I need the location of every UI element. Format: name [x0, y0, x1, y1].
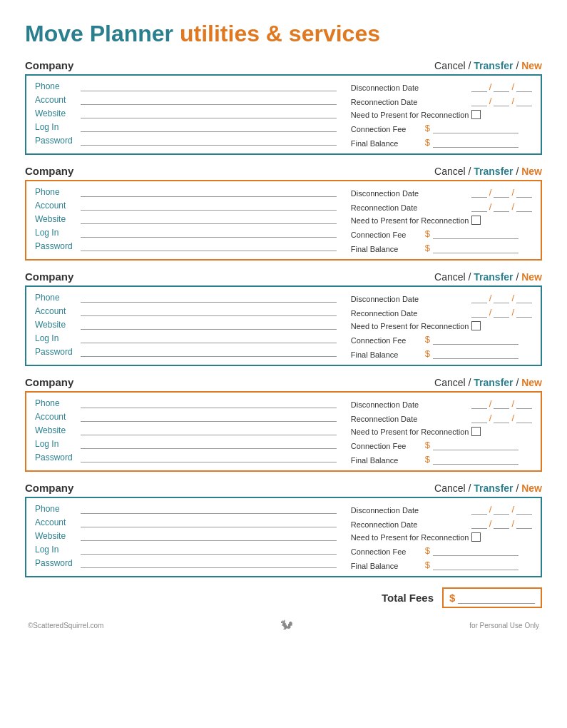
date-part-mm[interactable]	[471, 413, 487, 423]
fee-input-line[interactable]	[433, 123, 519, 133]
section-options-3: Cancel / Transfer / New	[434, 271, 542, 283]
field-row-website-4: Website	[35, 425, 337, 435]
date-part-dd[interactable]	[494, 82, 509, 92]
date-slash: /	[511, 398, 515, 409]
reconnection-checkbox[interactable]	[471, 110, 481, 119]
field-label-2: Account	[35, 201, 76, 211]
date-part-dd[interactable]	[494, 293, 509, 303]
fee-input-line[interactable]	[433, 546, 519, 556]
date-part-mm[interactable]	[471, 293, 487, 303]
field-input-line[interactable]	[81, 122, 337, 132]
date-field-label: Disconnection Date	[351, 400, 469, 409]
reconnection-checkbox[interactable]	[471, 532, 481, 542]
field-input-line[interactable]	[81, 333, 337, 343]
fee-input-line[interactable]	[433, 138, 519, 148]
field-input-line[interactable]	[81, 136, 337, 146]
field-input-line[interactable]	[81, 347, 337, 357]
field-input-line[interactable]	[81, 81, 337, 91]
date-part-dd[interactable]	[494, 202, 509, 212]
date-part-yy[interactable]	[516, 96, 532, 106]
date-part-mm[interactable]	[471, 399, 487, 409]
date-slash: /	[489, 413, 493, 423]
date-field-label: Disconnection Date	[351, 295, 469, 303]
title-orange: utilities & services	[180, 21, 380, 46]
fee-input-line[interactable]	[433, 335, 519, 345]
date-part-mm[interactable]	[471, 96, 487, 106]
field-input-line[interactable]	[81, 439, 337, 449]
section-options-4: Cancel / Transfer / New	[434, 377, 542, 388]
total-box: $	[442, 587, 542, 608]
total-fees-label: Total Fees	[382, 592, 434, 604]
date-part-mm[interactable]	[471, 308, 487, 318]
date-part-mm[interactable]	[471, 188, 487, 198]
date-part-dd[interactable]	[494, 413, 509, 423]
date-part-yy[interactable]	[516, 188, 532, 198]
date-part-yy[interactable]	[516, 308, 532, 318]
dollar-sign: $	[425, 440, 430, 450]
field-input-line[interactable]	[81, 95, 337, 105]
reconnection-checkbox[interactable]	[471, 216, 481, 225]
title-blue: Move Planner	[25, 21, 173, 46]
field-input-line[interactable]	[81, 241, 337, 251]
transfer-label: Transfer	[474, 166, 513, 177]
fee-input-line[interactable]	[433, 229, 519, 239]
transfer-label: Transfer	[474, 482, 513, 494]
field-input-line[interactable]	[81, 558, 337, 568]
field-input-line[interactable]	[81, 398, 337, 408]
fee-input-line[interactable]	[433, 440, 519, 450]
field-input-line[interactable]	[81, 531, 337, 541]
field-input-line[interactable]	[81, 214, 337, 224]
field-input-line[interactable]	[81, 545, 337, 555]
field-label-3: Log In	[35, 333, 76, 343]
date-row-4: Reconnection Date / /	[351, 413, 532, 423]
reconnection-checkbox[interactable]	[471, 427, 481, 436]
date-slash: /	[489, 504, 493, 515]
section-box-2: PhoneAccountWebsiteLog InPasswordDisconn…	[25, 180, 542, 261]
fee-input-line[interactable]	[433, 455, 519, 465]
field-input-line[interactable]	[81, 504, 337, 514]
field-input-line[interactable]	[81, 306, 337, 316]
field-input-line[interactable]	[81, 453, 337, 462]
fee-input-line[interactable]	[433, 560, 519, 570]
date-part-mm[interactable]	[471, 505, 487, 515]
fee-input-line[interactable]	[433, 349, 519, 359]
field-input-line[interactable]	[81, 517, 337, 527]
cancel-label: Cancel	[434, 166, 466, 177]
field-input-line[interactable]	[81, 201, 337, 211]
field-input-line[interactable]	[81, 320, 337, 330]
date-part-dd[interactable]	[494, 308, 509, 318]
dollar-sign: $	[425, 334, 430, 345]
date-part-dd[interactable]	[494, 96, 509, 106]
field-input-line[interactable]	[81, 108, 337, 118]
date-part-mm[interactable]	[471, 202, 487, 212]
date-part-yy[interactable]	[516, 202, 532, 212]
field-label-5: Password	[35, 558, 76, 568]
field-row-password-2: Password	[35, 241, 337, 251]
date-part-yy[interactable]	[516, 82, 532, 92]
date-part-dd[interactable]	[494, 505, 509, 515]
field-input-line[interactable]	[81, 228, 337, 238]
date-part-dd[interactable]	[494, 188, 509, 198]
date-part-yy[interactable]	[516, 519, 532, 529]
total-input-line[interactable]	[458, 592, 535, 604]
date-part-dd[interactable]	[494, 519, 509, 529]
date-row-5: Reconnection Date / /	[351, 518, 532, 529]
dollar-sign: $	[425, 137, 430, 148]
date-part-yy[interactable]	[516, 505, 532, 515]
field-input-line[interactable]	[81, 412, 337, 422]
reconnection-checkbox[interactable]	[471, 321, 481, 330]
field-input-line[interactable]	[81, 425, 337, 435]
date-part-yy[interactable]	[516, 399, 532, 409]
field-row-log-in-1: Log In	[35, 122, 337, 132]
date-part-yy[interactable]	[516, 413, 532, 423]
date-part-mm[interactable]	[471, 519, 487, 529]
field-input-line[interactable]	[81, 293, 337, 303]
date-part-yy[interactable]	[516, 293, 532, 303]
fee-input-line[interactable]	[433, 243, 519, 253]
date-part-mm[interactable]	[471, 82, 487, 92]
field-label-1: Website	[35, 108, 76, 118]
field-input-line[interactable]	[81, 187, 337, 197]
date-slash: /	[489, 96, 493, 106]
date-part-dd[interactable]	[494, 399, 509, 409]
right-col-3: Disconnection Date / / Reconnection Date…	[351, 293, 532, 359]
